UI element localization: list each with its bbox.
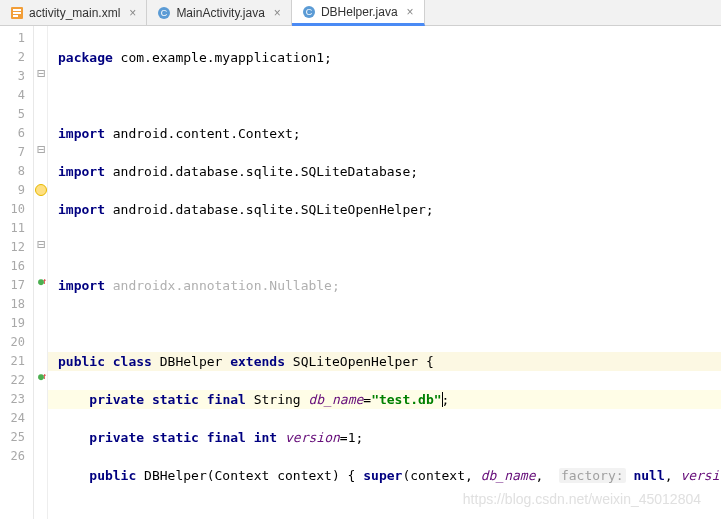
tab-activity-main[interactable]: activity_main.xml × [0,0,147,25]
override-icon[interactable]: ●↑ [35,371,47,383]
code-editor[interactable]: 1 2 3 4 5 6 7 8 9 10 11 12 16 17 18 19 2… [0,26,721,519]
java-class-icon: C [157,6,171,20]
svg-text:C: C [306,7,313,17]
svg-rect-3 [13,15,18,17]
override-icon[interactable]: ●↑ [35,276,47,288]
tab-label: DBHelper.java [321,5,398,19]
tab-main-activity[interactable]: C MainActivity.java × [147,0,292,25]
line-number-gutter: 1 2 3 4 5 6 7 8 9 10 11 12 16 17 18 19 2… [0,26,34,519]
close-icon[interactable]: × [407,5,414,19]
svg-rect-1 [13,9,21,11]
gutter-markers: ⊟ ⊟ ⊟ ●↑ ●↑ [34,26,48,519]
tab-label: MainActivity.java [176,6,264,20]
xml-file-icon [10,6,24,20]
svg-text:C: C [161,8,168,18]
close-icon[interactable]: × [274,6,281,20]
fold-icon[interactable]: ⊟ [35,143,47,155]
svg-rect-2 [13,12,21,14]
close-icon[interactable]: × [129,6,136,20]
editor-tabs: activity_main.xml × C MainActivity.java … [0,0,721,26]
tab-label: activity_main.xml [29,6,120,20]
java-class-icon: C [302,5,316,19]
fold-icon[interactable]: ⊟ [35,67,47,79]
tab-dbhelper[interactable]: C DBHelper.java × [292,0,425,26]
intention-bulb-icon[interactable] [35,184,47,196]
fold-icon[interactable]: ⊟ [35,238,47,250]
code-area[interactable]: package com.example.myapplication1; impo… [48,26,721,519]
